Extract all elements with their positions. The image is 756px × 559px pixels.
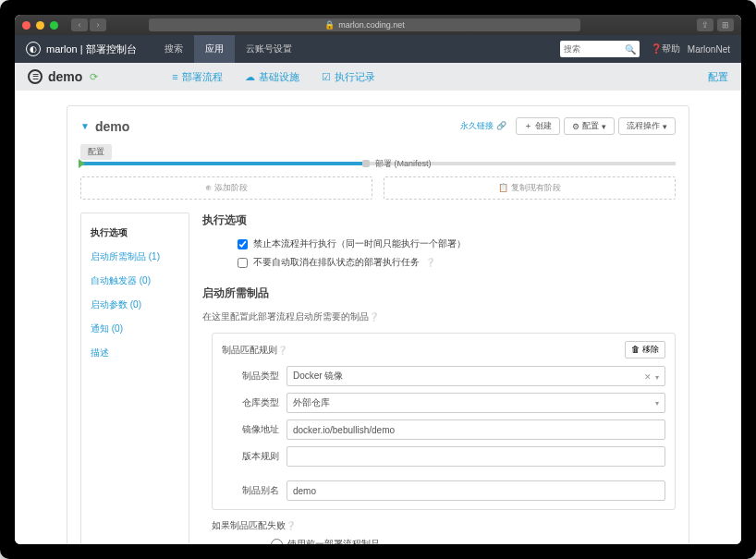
artifact-type-label: 制品类型 (222, 370, 287, 383)
artifact-type-select[interactable]: Docker 镜像 ✕▾ (287, 366, 665, 386)
image-addr-input[interactable] (287, 419, 665, 440)
copy-stage-button[interactable]: 📋 复制现有阶段 (384, 176, 676, 200)
alias-input[interactable] (287, 480, 665, 501)
help-link[interactable]: ❓帮助 (651, 43, 680, 55)
help-icon[interactable]: ❔ (425, 258, 435, 267)
nav-search[interactable]: 搜索 (153, 35, 194, 63)
use-prior-label: 使用前一部署流程制品 (287, 538, 380, 544)
artifact-rule: 制品匹配规则❔ 🗑 移除 制品类型 Docker 镜像 ✕▾ (212, 333, 676, 510)
tab-infrastructure[interactable]: ☁基础设施 (245, 70, 299, 84)
pipeline-card: ▼ demo 永久链接 🔗 ＋创建 ⚙配置▾ 流程操作▾ 配置 (67, 105, 689, 544)
stage-handle[interactable] (362, 160, 370, 167)
tab-executions[interactable]: ☑执行记录 (322, 70, 375, 84)
back-button[interactable]: ‹ (71, 18, 88, 31)
deploy-stage[interactable]: 部署 (Manifest) (375, 158, 432, 170)
version-rule-label: 版本规则 (222, 450, 287, 463)
config-button[interactable]: ⚙配置▾ (564, 117, 615, 135)
tab-pipelines[interactable]: ≡部署流程 (172, 70, 222, 84)
configure-link[interactable]: 配置 (708, 70, 728, 84)
global-search[interactable]: 🔍 (560, 41, 640, 57)
search-icon[interactable]: 🔍 (625, 44, 636, 55)
url-bar[interactable]: 🔒 marlon.coding.net (149, 18, 580, 31)
list-icon: ≡ (172, 71, 177, 82)
sidebar-notifications[interactable]: 通知 (0) (81, 317, 189, 341)
app-icon: ☰ (28, 69, 43, 84)
chevron-down-icon: ▾ (655, 373, 659, 382)
top-nav: ◐ marlon | 部署控制台 搜索 应用 云账号设置 🔍 ❓帮助 Marlo… (15, 35, 741, 63)
config-stage[interactable]: 配置 (80, 144, 112, 160)
create-button[interactable]: ＋创建 (516, 117, 560, 135)
tabs-button[interactable]: ⊞ (717, 18, 734, 31)
config-sidebar: 执行选项 启动所需制品 (1) 自动触发器 (0) 启动参数 (0) 通知 (0… (80, 213, 189, 544)
sidebar-artifacts[interactable]: 启动所需制品 (1) (81, 245, 189, 269)
artifacts-desc: 在这里配置此部署流程启动所需要的制品❔ (202, 310, 676, 323)
version-rule-input[interactable] (287, 446, 665, 467)
refresh-icon[interactable]: ⟳ (90, 71, 98, 83)
use-prior-radio[interactable] (271, 539, 283, 545)
sub-nav: ☰ demo ⟳ ≡部署流程 ☁基础设施 ☑执行记录 配置 (15, 63, 741, 91)
pipeline-start-icon (79, 159, 85, 168)
help-icon[interactable]: ❔ (369, 312, 379, 322)
url-text: marlon.coding.net (338, 20, 405, 30)
clear-icon[interactable]: ✕ (644, 372, 652, 382)
permalink[interactable]: 永久链接 🔗 (460, 120, 506, 132)
alias-label: 制品别名 (222, 484, 287, 497)
app-title: demo (48, 69, 82, 84)
artifacts-title: 启动所需制品 (202, 286, 676, 301)
add-stage-button[interactable]: ⊕ 添加阶段 (80, 176, 372, 200)
no-auto-cancel-checkbox[interactable] (238, 258, 248, 268)
logo-icon: ◐ (26, 42, 41, 56)
image-addr-label: 镜像地址 (222, 423, 287, 436)
sidebar-description[interactable]: 描述 (81, 341, 189, 365)
fail-title: 如果制品匹配失败❔ (212, 519, 676, 532)
pipeline-graph: 配置 部署 (Manifest) (80, 144, 676, 165)
repo-type-label: 仓库类型 (222, 396, 287, 409)
forward-button[interactable]: › (90, 18, 106, 31)
check-icon: ☑ (322, 71, 331, 83)
mac-titlebar: ‹ › 🔒 marlon.coding.net ⇪ ⊞ (15, 15, 741, 35)
username[interactable]: MarlonNet (688, 44, 730, 55)
maximize-window[interactable] (50, 21, 58, 30)
collapse-icon[interactable]: ▼ (80, 121, 90, 131)
sidebar-params[interactable]: 启动参数 (0) (81, 293, 189, 317)
sidebar-exec-options[interactable]: 执行选项 (81, 221, 189, 245)
brand-title: marlon | 部署控制台 (46, 43, 137, 56)
pipeline-ops-button[interactable]: 流程操作▾ (618, 117, 676, 135)
pipeline-title: demo (95, 119, 129, 134)
search-input[interactable] (564, 44, 619, 54)
remove-rule-button[interactable]: 🗑 移除 (625, 341, 665, 358)
repo-type-select[interactable]: 外部仓库 ▾ (287, 393, 665, 413)
rule-title: 制品匹配规则❔ (222, 344, 287, 357)
nav-apps[interactable]: 应用 (194, 35, 235, 63)
lock-icon: 🔒 (324, 20, 335, 30)
disable-parallel-checkbox[interactable] (238, 239, 248, 249)
chevron-down-icon: ▾ (655, 399, 659, 407)
sidebar-triggers[interactable]: 自动触发器 (0) (81, 269, 189, 293)
nav-cloud-accounts[interactable]: 云账号设置 (235, 35, 303, 63)
minimize-window[interactable] (36, 21, 44, 30)
share-button[interactable]: ⇪ (697, 18, 713, 31)
close-window[interactable] (22, 21, 30, 30)
cloud-icon: ☁ (245, 71, 255, 83)
no-auto-cancel-label: 不要自动取消在排队状态的部署执行任务 (253, 256, 420, 269)
disable-parallel-label: 禁止本流程并行执行（同一时间只能执行一个部署） (253, 237, 466, 250)
exec-options-title: 执行选项 (202, 213, 676, 228)
